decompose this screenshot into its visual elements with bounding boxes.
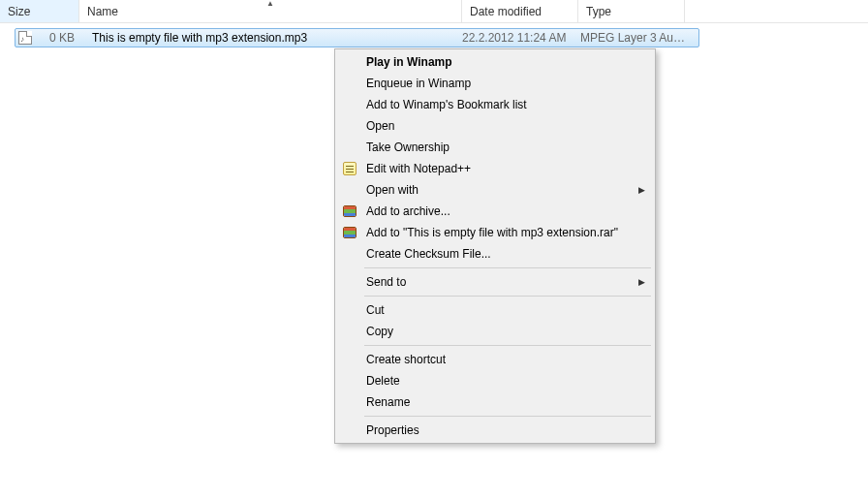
- ctx-add-archive-label: Add to archive...: [366, 204, 450, 218]
- ctx-send-to[interactable]: Send to ▶: [337, 271, 653, 293]
- ctx-enqueue-winamp[interactable]: Enqueue in Winamp: [337, 73, 653, 94]
- ctx-copy[interactable]: Copy: [337, 321, 653, 342]
- submenu-arrow-icon: ▶: [638, 185, 645, 195]
- context-menu-separator: [364, 296, 651, 297]
- column-header-size[interactable]: Size: [0, 0, 79, 22]
- file-name: This is empty file with mp3 extension.mp…: [80, 31, 462, 45]
- ctx-edit-notepadpp[interactable]: Edit with Notepad++: [337, 158, 653, 179]
- file-icon-cell: ♪: [16, 31, 35, 45]
- archive-icon: [342, 225, 357, 240]
- ctx-checksum[interactable]: Create Checksum File...: [337, 243, 653, 265]
- ctx-rename-label: Rename: [366, 395, 410, 409]
- ctx-properties[interactable]: Properties: [337, 420, 653, 441]
- ctx-create-shortcut[interactable]: Create shortcut: [337, 349, 653, 370]
- column-header-date[interactable]: Date modified: [462, 0, 578, 22]
- ctx-delete[interactable]: Delete: [337, 370, 653, 391]
- ctx-properties-label: Properties: [366, 423, 419, 437]
- context-menu-separator: [364, 267, 651, 268]
- sort-ascending-icon: ▲: [266, 0, 274, 8]
- ctx-cut[interactable]: Cut: [337, 299, 653, 321]
- column-header-type[interactable]: Type: [578, 0, 685, 22]
- ctx-open-label: Open: [366, 119, 394, 133]
- ctx-send-to-label: Send to: [366, 275, 406, 289]
- notepadpp-icon: [342, 161, 357, 176]
- ctx-delete-label: Delete: [366, 374, 400, 388]
- ctx-create-shortcut-label: Create shortcut: [366, 353, 446, 366]
- ctx-take-ownership[interactable]: Take Ownership: [337, 137, 653, 158]
- ctx-add-archive[interactable]: Add to archive...: [337, 201, 653, 222]
- ctx-open-with[interactable]: Open with ▶: [337, 179, 653, 201]
- file-date: 22.2.2012 11:24 AM: [462, 31, 580, 45]
- ctx-rename[interactable]: Rename: [337, 391, 653, 413]
- ctx-cut-label: Cut: [366, 303, 385, 317]
- ctx-play-winamp-label: Play in Winamp: [366, 55, 452, 69]
- ctx-bookmark-winamp-label: Add to Winamp's Bookmark list: [366, 98, 527, 111]
- file-type: MPEG Layer 3 Aud...: [580, 31, 687, 45]
- ctx-take-ownership-label: Take Ownership: [366, 141, 450, 154]
- ctx-copy-label: Copy: [366, 325, 393, 338]
- submenu-arrow-icon: ▶: [638, 277, 645, 287]
- ctx-bookmark-winamp[interactable]: Add to Winamp's Bookmark list: [337, 94, 653, 115]
- ctx-checksum-label: Create Checksum File...: [366, 247, 491, 261]
- ctx-add-rar-label: Add to "This is empty file with mp3 exte…: [366, 226, 618, 239]
- context-menu-separator: [364, 416, 651, 417]
- ctx-edit-notepadpp-label: Edit with Notepad++: [366, 162, 471, 175]
- audio-file-icon: ♪: [18, 31, 32, 45]
- column-header-name[interactable]: Name ▲: [79, 0, 462, 22]
- column-header-name-label: Name: [87, 5, 118, 18]
- ctx-enqueue-winamp-label: Enqueue in Winamp: [366, 77, 471, 90]
- file-row[interactable]: ♪ 0 KB This is empty file with mp3 exten…: [15, 28, 699, 47]
- archive-icon: [342, 203, 357, 219]
- ctx-open-with-label: Open with: [366, 183, 418, 197]
- context-menu-separator: [364, 345, 651, 346]
- file-size: 0 KB: [35, 31, 80, 45]
- ctx-open[interactable]: Open: [337, 115, 653, 137]
- ctx-play-winamp[interactable]: Play in Winamp: [337, 51, 653, 73]
- column-header-row: Size Name ▲ Date modified Type: [0, 0, 868, 23]
- ctx-add-rar[interactable]: Add to "This is empty file with mp3 exte…: [337, 222, 653, 243]
- context-menu: Play in Winamp Enqueue in Winamp Add to …: [334, 48, 656, 444]
